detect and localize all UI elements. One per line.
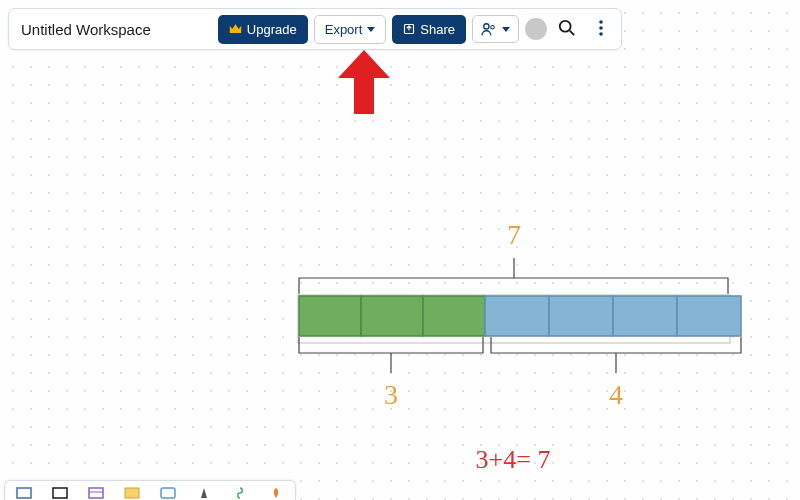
search-button[interactable] [553, 15, 581, 43]
svg-rect-13 [549, 296, 613, 336]
svg-rect-18 [17, 488, 31, 498]
svg-rect-15 [677, 296, 741, 336]
tool-4[interactable] [123, 486, 141, 500]
share-icon [403, 23, 415, 35]
export-button[interactable]: Export [314, 15, 387, 44]
svg-line-4 [570, 30, 575, 35]
bar-container [298, 295, 730, 343]
search-icon [558, 19, 576, 40]
svg-rect-22 [125, 488, 139, 498]
top-bracket [299, 258, 728, 294]
left-label: 3 [384, 379, 398, 410]
svg-point-5 [599, 20, 603, 24]
equation-text: 3+4= 7 [476, 445, 551, 474]
collab-icon [481, 22, 497, 36]
share-button[interactable]: Share [392, 15, 466, 44]
tool-7[interactable] [231, 486, 249, 500]
tool-3[interactable] [87, 486, 105, 500]
annotation-arrow [332, 46, 396, 122]
svg-rect-20 [89, 488, 103, 498]
more-button[interactable] [587, 15, 615, 43]
right-label: 4 [609, 379, 623, 410]
bottom-toolbar [4, 480, 296, 500]
chevron-down-icon [502, 27, 510, 32]
svg-point-2 [491, 26, 495, 30]
svg-rect-11 [423, 296, 485, 336]
tool-1[interactable] [15, 486, 33, 500]
topbar: Upgrade Export Share [8, 8, 622, 50]
green-cells [299, 296, 485, 336]
svg-point-6 [599, 26, 603, 30]
workspace-title-input[interactable] [21, 21, 212, 38]
bottom-left-bracket [299, 337, 483, 373]
svg-rect-23 [161, 488, 175, 498]
collab-button[interactable] [472, 15, 519, 43]
svg-rect-14 [613, 296, 677, 336]
export-label: Export [325, 22, 363, 37]
upgrade-button[interactable]: Upgrade [218, 15, 308, 44]
svg-point-7 [599, 32, 603, 36]
diagram-canvas: 7 3 4 3+4= 7 [0, 0, 800, 500]
top-label: 7 [507, 219, 521, 250]
tool-2[interactable] [51, 486, 69, 500]
tool-5[interactable] [159, 486, 177, 500]
svg-rect-10 [361, 296, 423, 336]
more-vertical-icon [593, 19, 609, 40]
svg-rect-19 [53, 488, 67, 498]
tool-8[interactable] [267, 486, 285, 500]
tool-6[interactable] [195, 486, 213, 500]
upgrade-label: Upgrade [247, 22, 297, 37]
crown-icon [229, 23, 242, 35]
svg-point-1 [484, 24, 489, 29]
share-label: Share [420, 22, 455, 37]
svg-rect-12 [485, 296, 549, 336]
avatar[interactable] [525, 18, 547, 40]
blue-cells [485, 296, 741, 336]
svg-rect-9 [299, 296, 361, 336]
svg-point-3 [560, 20, 571, 31]
bottom-right-bracket [491, 337, 741, 373]
chevron-down-icon [367, 27, 375, 32]
